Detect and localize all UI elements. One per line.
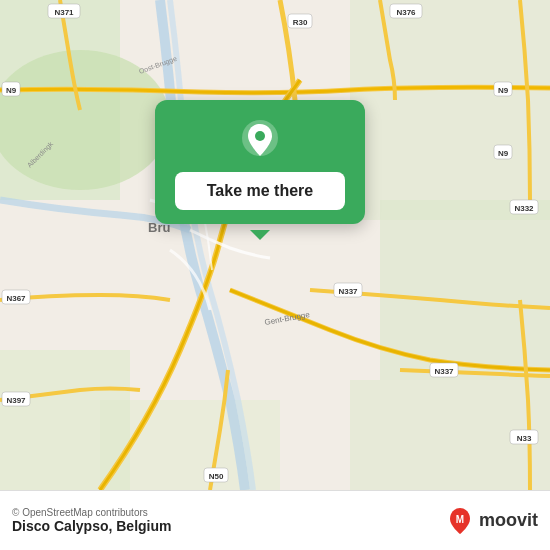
svg-text:N397: N397 — [6, 396, 26, 405]
svg-text:N371: N371 — [54, 8, 74, 17]
map-svg: N371 N376 N9 R30 N9 N9 N367 N337 N337 N3… — [0, 0, 550, 490]
svg-text:N50: N50 — [209, 472, 224, 481]
moovit-icon: M — [445, 506, 475, 536]
svg-text:N9: N9 — [498, 149, 509, 158]
map-container: N371 N376 N9 R30 N9 N9 N367 N337 N337 N3… — [0, 0, 550, 490]
moovit-text: moovit — [479, 510, 538, 531]
svg-point-38 — [255, 131, 265, 141]
map-attribution: © OpenStreetMap contributors — [12, 507, 171, 518]
take-me-there-button[interactable]: Take me there — [175, 172, 345, 210]
map-popup: Take me there — [155, 100, 365, 224]
svg-text:N9: N9 — [6, 86, 17, 95]
svg-text:N332: N332 — [514, 204, 534, 213]
bottom-bar: © OpenStreetMap contributors Disco Calyp… — [0, 490, 550, 550]
svg-text:N33: N33 — [517, 434, 532, 443]
svg-text:R30: R30 — [293, 18, 308, 27]
svg-text:N337: N337 — [338, 287, 358, 296]
svg-text:N337: N337 — [434, 367, 454, 376]
svg-rect-2 — [350, 0, 550, 220]
moovit-logo: M moovit — [445, 506, 538, 536]
svg-text:N376: N376 — [396, 8, 416, 17]
svg-text:N367: N367 — [6, 294, 26, 303]
place-name: Disco Calypso, Belgium — [12, 518, 171, 534]
bottom-left-info: © OpenStreetMap contributors Disco Calyp… — [12, 507, 171, 534]
svg-text:N9: N9 — [498, 86, 509, 95]
svg-text:M: M — [456, 514, 464, 525]
location-pin-icon — [238, 118, 282, 162]
